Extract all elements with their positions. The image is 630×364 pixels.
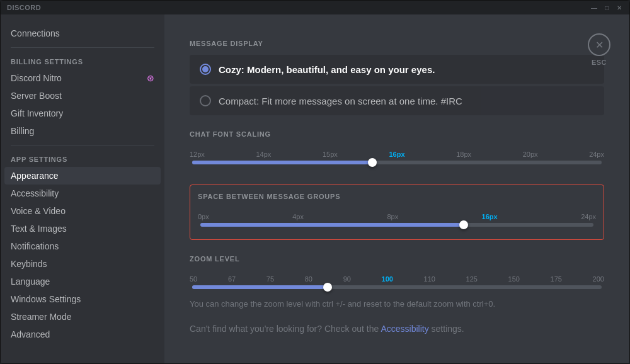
sidebar-item-windows-settings[interactable]: Windows Settings xyxy=(4,290,161,308)
radio-cozy-label: Cozy: Modern, beautiful, and easy on you… xyxy=(219,64,435,75)
chat-font-scaling-title: CHAT FONT SCALING xyxy=(190,130,604,138)
appearance-label: Appearance xyxy=(11,171,59,181)
accessibility-note-prefix: Can't find what you're looking for? Chec… xyxy=(190,324,381,334)
zoom-note: You can change the zoom level with ctrl … xyxy=(190,299,604,309)
connections-label: Connections xyxy=(11,28,60,38)
titlebar: DISCORD — □ ✕ xyxy=(1,1,629,14)
chat-font-slider-container: 12px 14px 15px 16px 18px 20px 24px xyxy=(190,145,604,169)
sidebar-item-voice-video[interactable]: Voice & Video xyxy=(4,202,161,220)
notifications-label: Notifications xyxy=(11,241,59,251)
zoom-tick-110: 110 xyxy=(424,275,435,283)
sidebar-item-appearance[interactable]: Appearance xyxy=(4,167,161,185)
window-controls: — □ ✕ xyxy=(590,4,623,11)
esc-x-icon: ✕ xyxy=(595,39,604,51)
text-images-label: Text & Images xyxy=(11,224,67,234)
space-tick-8px: 8px xyxy=(387,213,398,220)
app-title: DISCORD xyxy=(7,4,41,11)
radio-compact[interactable]: Compact: Fit more messages on screen at … xyxy=(190,86,604,115)
windows-settings-label: Windows Settings xyxy=(11,294,81,304)
space-ticks: 0px 4px 8px 16px 24px xyxy=(198,213,596,220)
close-button[interactable]: ✕ xyxy=(616,4,623,11)
zoom-tick-90: 90 xyxy=(343,275,351,283)
sidebar-divider-app xyxy=(11,145,154,145)
tick-24px: 24px xyxy=(589,151,604,158)
space-thumb[interactable] xyxy=(459,220,468,229)
maximize-button[interactable]: □ xyxy=(603,4,610,11)
sidebar-item-discord-nitro[interactable]: Discord Nitro ⊛ xyxy=(4,69,161,87)
zoom-tick-100: 100 xyxy=(382,275,393,283)
zoom-slider-container: 50 67 75 80 90 100 110 125 150 175 200 xyxy=(190,270,604,294)
space-slider-container: 0px 4px 8px 16px 24px xyxy=(198,208,596,232)
sidebar-item-gift-inventory[interactable]: Gift Inventory xyxy=(4,105,161,122)
radio-compact-label: Compact: Fit more messages on screen at … xyxy=(219,96,462,106)
zoom-ticks: 50 67 75 80 90 100 110 125 150 175 200 xyxy=(190,275,604,283)
sidebar-item-server-boost[interactable]: Server Boost xyxy=(4,87,161,105)
sidebar: Connections BILLING SETTINGS Discord Nit… xyxy=(1,14,164,363)
sidebar-divider-billing xyxy=(11,47,154,48)
sidebar-item-notifications[interactable]: Notifications xyxy=(4,237,161,255)
space-between-messages-title: SPACE BETWEEN MESSAGE GROUPS xyxy=(198,193,596,200)
sidebar-item-advanced[interactable]: Advanced xyxy=(4,326,161,343)
zoom-tick-67: 67 xyxy=(228,275,236,283)
message-display-title: MESSAGE DISPLAY xyxy=(190,40,604,47)
language-label: Language xyxy=(11,276,50,287)
esc-button[interactable]: ✕ ESC xyxy=(588,33,610,66)
space-tick-24px: 24px xyxy=(581,213,596,220)
radio-compact-circle xyxy=(200,95,211,106)
radio-cozy-circle xyxy=(200,64,211,75)
zoom-tick-75: 75 xyxy=(266,275,274,283)
tick-18px: 18px xyxy=(456,151,471,158)
tick-16px: 16px xyxy=(389,151,404,158)
zoom-tick-125: 125 xyxy=(466,275,478,283)
space-tick-0px: 0px xyxy=(198,213,209,220)
esc-circle[interactable]: ✕ xyxy=(588,33,610,56)
sidebar-item-connections[interactable]: Connections xyxy=(4,25,161,42)
zoom-level-section: ZOOM LEVEL 50 67 75 80 90 100 110 125 15… xyxy=(190,255,604,309)
gift-inventory-label: Gift Inventory xyxy=(11,108,63,118)
radio-cozy[interactable]: Cozy: Modern, beautiful, and easy on you… xyxy=(190,55,604,84)
zoom-tick-175: 175 xyxy=(551,275,562,283)
voice-video-label: Voice & Video xyxy=(11,206,66,216)
main-layout: Connections BILLING SETTINGS Discord Nit… xyxy=(1,14,629,363)
sidebar-item-billing[interactable]: Billing xyxy=(4,122,161,140)
streamer-mode-label: Streamer Mode xyxy=(11,312,71,322)
billing-label: Billing xyxy=(11,126,34,136)
zoom-track[interactable] xyxy=(192,285,602,289)
space-tick-4px: 4px xyxy=(292,213,304,220)
esc-label: ESC xyxy=(592,59,607,66)
space-tick-16px: 16px xyxy=(482,213,498,220)
chat-font-track[interactable] xyxy=(192,161,602,164)
discord-nitro-label: Discord Nitro xyxy=(11,73,62,83)
zoom-tick-80: 80 xyxy=(305,275,312,283)
chat-font-thumb[interactable] xyxy=(368,158,377,167)
server-boost-label: Server Boost xyxy=(11,91,62,101)
tick-12px: 12px xyxy=(190,151,205,158)
sidebar-item-language[interactable]: Language xyxy=(4,273,161,290)
chat-font-fill xyxy=(192,161,372,164)
advanced-label: Advanced xyxy=(11,329,50,339)
zoom-thumb[interactable] xyxy=(323,283,332,292)
space-track[interactable] xyxy=(200,223,593,227)
zoom-level-title: ZOOM LEVEL xyxy=(190,255,604,263)
accessibility-label: Accessibility xyxy=(11,188,59,198)
zoom-tick-200: 200 xyxy=(593,275,604,283)
tick-14px: 14px xyxy=(256,151,271,158)
app-section-label: APP SETTINGS xyxy=(4,153,161,166)
sidebar-item-accessibility[interactable]: Accessibility xyxy=(4,185,161,202)
message-display-section: MESSAGE DISPLAY Cozy: Modern, beautiful,… xyxy=(190,40,604,115)
sidebar-item-streamer-mode[interactable]: Streamer Mode xyxy=(4,308,161,326)
sidebar-item-keybinds[interactable]: Keybinds xyxy=(4,255,161,273)
app-window: DISCORD — □ ✕ Connections BILLING SETTIN… xyxy=(0,0,630,364)
space-between-messages-section: SPACE BETWEEN MESSAGE GROUPS 0px 4px 8px… xyxy=(190,185,604,240)
zoom-fill xyxy=(192,285,328,289)
sidebar-item-text-images[interactable]: Text & Images xyxy=(4,220,161,237)
chat-font-ticks: 12px 14px 15px 16px 18px 20px 24px xyxy=(190,151,604,158)
accessibility-link[interactable]: Accessibility xyxy=(381,324,428,334)
accessibility-note-suffix: settings. xyxy=(429,324,464,334)
tick-15px: 15px xyxy=(323,151,338,158)
tick-20px: 20px xyxy=(523,151,538,158)
minimize-button[interactable]: — xyxy=(590,4,598,11)
accessibility-note: Can't find what you're looking for? Chec… xyxy=(190,324,604,334)
zoom-tick-50: 50 xyxy=(190,275,197,283)
keybinds-label: Keybinds xyxy=(11,259,47,269)
